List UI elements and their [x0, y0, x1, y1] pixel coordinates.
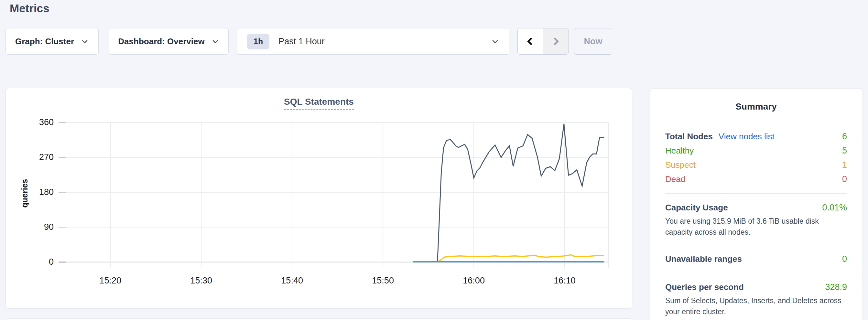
y-tick-label: 90 — [6, 222, 54, 232]
chevron-left-icon — [526, 36, 535, 46]
queries-per-second-row: Queries per second 328.9 — [665, 280, 847, 294]
healthy-label: Healthy — [665, 143, 694, 158]
dead-label: Dead — [665, 172, 685, 186]
y-tick-label: 180 — [6, 187, 54, 197]
chevron-down-icon — [211, 37, 220, 45]
healthy-nodes-row: Healthy 5 — [665, 143, 847, 158]
capacity-usage-value: 0.01% — [822, 201, 847, 214]
x-tick-label: 15:50 — [372, 276, 394, 286]
queries-per-second-label: Queries per second — [665, 280, 744, 294]
time-step-control — [518, 28, 568, 55]
queries-per-second-description: Sum of Selects, Updates, Inserts, and De… — [665, 295, 847, 317]
x-tick-label: 15:40 — [281, 276, 303, 286]
view-nodes-list-link[interactable]: View nodes list — [719, 129, 775, 143]
summary-title: Summary — [665, 101, 847, 112]
total-nodes-label: Total Nodes — [665, 129, 713, 143]
x-tick-label: 16:10 — [554, 276, 576, 286]
node-status-rows: Total Nodes View nodes list 6 Healthy 5 … — [665, 129, 847, 186]
time-range-dropdown[interactable]: 1h Past 1 Hour — [237, 28, 509, 55]
healthy-value: 5 — [842, 143, 847, 158]
x-tick-label: 16:00 — [463, 276, 485, 286]
capacity-usage-row: Capacity Usage 0.01% — [665, 201, 847, 214]
dead-value: 0 — [842, 172, 847, 186]
total-nodes-value: 6 — [842, 129, 847, 143]
suspect-label: Suspect — [665, 158, 695, 172]
unavailable-ranges-label: Unavailable ranges — [665, 252, 742, 266]
series-line-navy — [438, 124, 604, 261]
y-tick-label: 360 — [6, 117, 54, 127]
dead-nodes-row: Dead 0 — [665, 172, 847, 186]
x-tick-label: 15:20 — [99, 276, 121, 286]
y-tick-label: 270 — [6, 152, 54, 162]
capacity-usage-description: You are using 315.9 MiB of 3.6 TiB usabl… — [665, 216, 847, 237]
graph-selector-dropdown[interactable]: Graph: Cluster — [5, 28, 99, 55]
previous-time-button[interactable] — [518, 28, 543, 54]
metrics-page: Metrics Graph: Cluster Dashboard: Overvi… — [0, 0, 868, 320]
chevron-down-icon — [491, 37, 499, 45]
dashboard-selector-dropdown[interactable]: Dashboard: Overview — [109, 28, 229, 55]
divider — [665, 273, 847, 273]
time-range-label: Past 1 Hour — [278, 36, 325, 46]
unavailable-ranges-value: 0 — [842, 252, 847, 266]
x-tick-label: 15:30 — [190, 276, 212, 286]
divider — [665, 193, 847, 194]
y-axis-label: queries — [20, 179, 29, 208]
now-button[interactable]: Now — [574, 28, 612, 55]
queries-per-second-value: 328.9 — [825, 280, 847, 294]
suspect-value: 1 — [842, 158, 847, 172]
capacity-usage-label: Capacity Usage — [665, 201, 728, 214]
suspect-nodes-row: Suspect 1 — [665, 158, 847, 172]
page-title: Metrics — [10, 2, 50, 15]
chevron-down-icon — [81, 37, 89, 45]
chevron-right-icon — [551, 36, 560, 46]
summary-panel: Summary Total Nodes View nodes list 6 He… — [650, 88, 862, 320]
next-chart-card — [5, 318, 632, 320]
dashboard-selector-label: Dashboard: Overview — [118, 36, 205, 46]
sql-statements-chart-card: SQL Statements 15:2015:3015:4015:5016:00… — [5, 88, 632, 309]
unavailable-ranges-row: Unavailable ranges 0 — [665, 252, 847, 266]
graph-selector-label: Graph: Cluster — [15, 36, 74, 46]
total-nodes-row: Total Nodes View nodes list 6 — [665, 129, 847, 143]
divider — [665, 245, 847, 245]
next-time-button[interactable] — [543, 28, 568, 54]
y-tick-label: 0 — [6, 257, 54, 267]
time-range-badge: 1h — [247, 34, 269, 50]
